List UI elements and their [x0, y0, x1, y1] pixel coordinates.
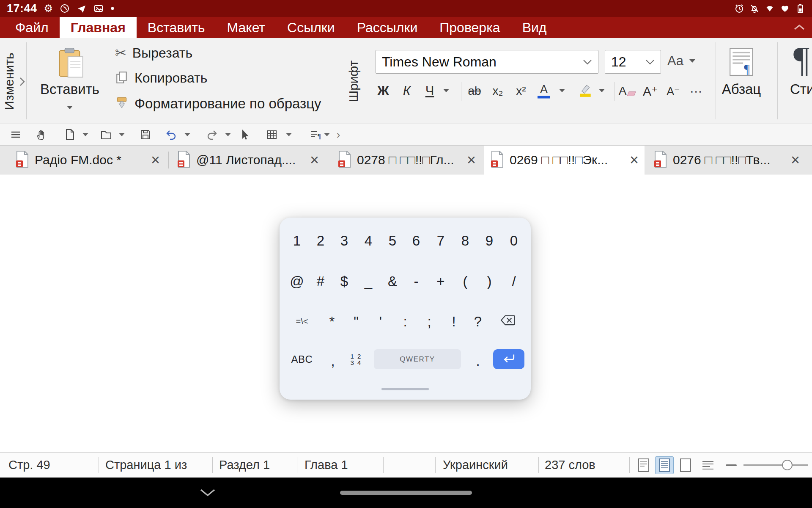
- close-tab-icon[interactable]: ×: [467, 152, 476, 168]
- copy-button[interactable]: Копировать: [115, 70, 207, 86]
- strikethrough-button[interactable]: ab: [468, 84, 481, 98]
- hide-keyboard-chevron-icon[interactable]: [200, 489, 216, 499]
- key-apostrophe[interactable]: ': [379, 315, 382, 329]
- close-tab-icon[interactable]: ×: [630, 152, 639, 168]
- key-slash[interactable]: /: [512, 274, 516, 288]
- superscript-button[interactable]: x²: [516, 84, 526, 98]
- change-case-button[interactable]: Aa: [667, 53, 695, 69]
- insert-table-icon[interactable]: [266, 128, 278, 141]
- save-icon[interactable]: [139, 128, 152, 141]
- key-2[interactable]: 2: [317, 234, 324, 248]
- view-draft-icon[interactable]: [699, 456, 717, 474]
- key-underscore[interactable]: _: [365, 274, 372, 288]
- toolbar-overflow-icon[interactable]: ›: [337, 128, 340, 141]
- pan-hand-icon[interactable]: [35, 128, 48, 141]
- chevron-down-icon[interactable]: [583, 59, 592, 65]
- new-document-icon[interactable]: [63, 128, 76, 141]
- home-pill[interactable]: [340, 491, 472, 495]
- tab-mailings[interactable]: Рассылки: [346, 17, 429, 38]
- pilcrow-styles-icon[interactable]: ¶: [793, 39, 809, 80]
- tab-layout[interactable]: Макет: [216, 17, 276, 38]
- key-minus[interactable]: -: [414, 274, 419, 288]
- key-9[interactable]: 9: [486, 234, 493, 248]
- document-tab[interactable]: 0276 □ □□!!□Тв... ×: [647, 146, 806, 174]
- tab-file[interactable]: Файл: [4, 17, 60, 38]
- paragraph-group-button[interactable]: ¶: [729, 47, 754, 76]
- font-size-combobox[interactable]: 12: [605, 50, 661, 74]
- abc-key[interactable]: ABC: [291, 354, 313, 364]
- numeric-pad-key[interactable]: 1 2 3 4: [351, 353, 362, 366]
- view-mobile-icon[interactable]: [634, 456, 653, 474]
- new-document-dropdown-icon[interactable]: [82, 133, 88, 136]
- zoom-slider-track[interactable]: [743, 464, 808, 466]
- key-ampersand[interactable]: &: [388, 274, 397, 288]
- tab-insert[interactable]: Вставить: [137, 17, 216, 38]
- key-dollar[interactable]: $: [340, 274, 348, 288]
- undo-icon[interactable]: [165, 128, 177, 141]
- key-colon[interactable]: :: [403, 315, 407, 329]
- font-name-combobox[interactable]: Times New Roman: [376, 50, 598, 74]
- grow-font-button[interactable]: А⁺: [643, 84, 658, 99]
- key-paren-open[interactable]: (: [463, 274, 468, 288]
- open-dropdown-icon[interactable]: [119, 133, 125, 136]
- view-full-screen-icon[interactable]: [676, 456, 695, 474]
- font-color-button[interactable]: А: [538, 84, 550, 99]
- tab-home[interactable]: Главная: [60, 17, 137, 38]
- close-tab-icon[interactable]: ×: [151, 152, 160, 168]
- key-plus[interactable]: +: [436, 274, 444, 288]
- formatting-marks-dropdown-icon[interactable]: [324, 133, 330, 136]
- zoom-slider-knob[interactable]: [782, 460, 793, 470]
- close-tab-icon[interactable]: ×: [791, 152, 800, 168]
- paste-dropdown-icon[interactable]: [67, 106, 73, 109]
- select-cursor-icon[interactable]: [239, 128, 251, 141]
- view-print-layout-icon[interactable]: [655, 456, 674, 474]
- period-key[interactable]: .: [476, 354, 480, 368]
- paste-button[interactable]: [55, 47, 87, 79]
- redo-dropdown-icon[interactable]: [225, 133, 231, 136]
- enter-key[interactable]: [493, 349, 524, 369]
- highlight-dropdown-icon[interactable]: [599, 89, 605, 92]
- format-painter-button[interactable]: Форматирование по образцу: [115, 96, 321, 112]
- comma-key[interactable]: ,: [331, 354, 335, 368]
- formatting-marks-icon[interactable]: ¶: [310, 128, 322, 141]
- more-formatting-button[interactable]: ⋯: [690, 84, 702, 99]
- highlight-button[interactable]: [578, 83, 593, 99]
- zoom-out-icon[interactable]: [726, 464, 737, 466]
- key-hash[interactable]: #: [317, 274, 324, 288]
- document-tab-active[interactable]: 0269 □ □□!!□Эк... ×: [484, 146, 645, 174]
- italic-button[interactable]: К: [403, 83, 411, 99]
- tab-view[interactable]: Вид: [511, 17, 558, 38]
- underline-button[interactable]: Ч: [425, 83, 434, 99]
- underline-dropdown-icon[interactable]: [443, 89, 449, 92]
- close-tab-icon[interactable]: ×: [310, 152, 319, 168]
- tab-review[interactable]: Проверка: [428, 17, 511, 38]
- view-options-icon[interactable]: [9, 128, 22, 141]
- collapse-ribbon-icon[interactable]: [793, 24, 805, 32]
- cut-button[interactable]: ✂ Вырезать: [115, 45, 192, 61]
- key-exclamation[interactable]: !: [452, 315, 455, 329]
- key-6[interactable]: 6: [412, 234, 420, 248]
- key-at[interactable]: @: [290, 274, 304, 288]
- language-indicator[interactable]: Украинский: [443, 453, 508, 477]
- backspace-key[interactable]: [500, 315, 516, 329]
- clear-formatting-button[interactable]: А: [619, 84, 635, 98]
- redo-icon[interactable]: [206, 128, 219, 141]
- key-paren-close[interactable]: ): [487, 274, 492, 288]
- document-tab[interactable]: Радіо FM.doc * ×: [9, 146, 166, 174]
- key-5[interactable]: 5: [389, 234, 396, 248]
- key-4[interactable]: 4: [365, 234, 372, 248]
- shrink-font-button[interactable]: А⁻: [667, 85, 680, 98]
- key-semicolon[interactable]: ;: [427, 315, 431, 329]
- open-folder-icon[interactable]: [100, 128, 112, 141]
- space-key[interactable]: QWERTY: [374, 349, 461, 369]
- document-tab[interactable]: 0278 □ □□!!□Гл... ×: [332, 146, 482, 174]
- table-dropdown-icon[interactable]: [286, 133, 292, 136]
- document-tab[interactable]: @11 Листопад.... ×: [171, 146, 325, 174]
- key-3[interactable]: 3: [340, 234, 348, 248]
- font-color-dropdown-icon[interactable]: [559, 89, 565, 92]
- key-symbols-shift[interactable]: =\<: [296, 317, 308, 326]
- key-question[interactable]: ?: [474, 315, 482, 329]
- key-7[interactable]: 7: [437, 234, 444, 248]
- key-doublequote[interactable]: ": [354, 315, 359, 329]
- keyboard-drag-handle[interactable]: [381, 388, 429, 390]
